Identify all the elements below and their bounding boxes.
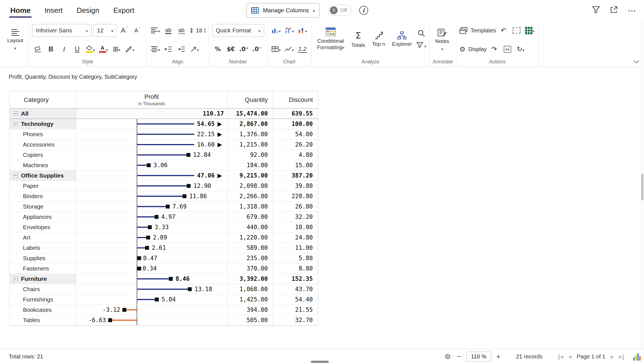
- info-icon[interactable]: i: [359, 6, 368, 15]
- first-page-button[interactable]: |<: [555, 354, 566, 360]
- category-cell[interactable]: Supplies: [10, 253, 76, 263]
- tab-design[interactable]: Design: [76, 0, 100, 21]
- column-header-discount[interactable]: Discount: [273, 91, 318, 108]
- abbreviate-button[interactable]: ab: [176, 24, 187, 37]
- category-cell[interactable]: Furniture: [10, 274, 76, 284]
- font-color-button[interactable]: A: [98, 43, 109, 56]
- table-row[interactable]: Envelopes3.33440.0010.00: [10, 222, 318, 233]
- column-header-category[interactable]: Category: [10, 91, 76, 108]
- fill-color-button[interactable]: [85, 43, 96, 56]
- zoom-level-input[interactable]: 110 %: [466, 352, 491, 361]
- next-page-button[interactable]: >: [608, 354, 616, 360]
- collapse-ribbon-icon[interactable]: [633, 59, 640, 64]
- format-painter-icon[interactable]: [32, 43, 43, 56]
- explorer-button[interactable]: Explorer: [390, 31, 415, 47]
- text-orientation-button[interactable]: [189, 43, 200, 56]
- totals-button[interactable]: Σ Totals: [349, 30, 368, 48]
- collapse-toggle-icon[interactable]: [13, 277, 18, 281]
- filter-icon[interactable]: [592, 6, 600, 15]
- wrap-text-button[interactable]: ab: [163, 24, 174, 37]
- table-row[interactable]: Appliances4.97679.0032.20: [10, 212, 318, 222]
- table-row[interactable]: Tables-6.63505.0032.70: [10, 315, 318, 325]
- tab-home[interactable]: Home: [10, 0, 31, 21]
- export-excel-button[interactable]: [524, 24, 535, 37]
- table-row[interactable]: Fasteners0.34370.008.80: [10, 264, 318, 274]
- underline-button[interactable]: U: [72, 43, 83, 56]
- top-n-button[interactable]: Top n: [370, 31, 387, 47]
- category-cell[interactable]: Labels: [10, 243, 76, 253]
- category-cell[interactable]: Bookcases: [10, 305, 76, 315]
- table-row[interactable]: Storage7.691,318.0026.00: [10, 202, 318, 212]
- increase-font-size-button[interactable]: Aˆ: [119, 24, 130, 37]
- undo-button[interactable]: ↶: [498, 24, 509, 37]
- table-row[interactable]: Art2.891,220.0024.80: [10, 233, 318, 243]
- more-options-icon[interactable]: ⋯: [628, 6, 637, 15]
- category-cell[interactable]: Fasteners: [10, 264, 76, 274]
- table-row[interactable]: Machines3.06184.0015.00: [10, 160, 318, 171]
- collapse-toggle-icon[interactable]: [13, 122, 18, 126]
- table-row[interactable]: Labels2.61589.0011.00: [10, 243, 318, 253]
- table-row[interactable]: Furnishings5.041,425.0054.40: [10, 294, 318, 305]
- category-cell[interactable]: Envelopes: [10, 222, 76, 232]
- quick-format-select[interactable]: Quick Format: [212, 24, 264, 37]
- decrease-decimal-button[interactable]: .0⁻: [252, 43, 263, 56]
- category-cell[interactable]: Copiers: [10, 150, 76, 160]
- chart-combo-button[interactable]: [284, 24, 295, 37]
- last-page-button[interactable]: >|: [616, 354, 627, 360]
- interaction-toggle[interactable]: ϟ Off: [328, 5, 351, 16]
- chart-bar-button[interactable]: [271, 24, 282, 37]
- column-header-profit[interactable]: Profit in Thousands: [76, 91, 228, 108]
- collapse-toggle-icon[interactable]: [13, 111, 18, 116]
- table-row[interactable]: Phones22.15▶1,376.0054.00: [10, 129, 318, 140]
- prev-page-button[interactable]: <: [566, 354, 574, 360]
- column-header-quantity[interactable]: Quantity: [228, 91, 273, 108]
- vertical-scrollbar[interactable]: [641, 21, 644, 349]
- category-cell[interactable]: Accessories: [10, 140, 76, 150]
- currency-format-button[interactable]: $€: [225, 43, 236, 56]
- font-family-select[interactable]: Inforiver Sans: [32, 24, 91, 37]
- display-button[interactable]: ⚙ Display: [459, 42, 487, 56]
- category-cell[interactable]: Office Supplies: [10, 171, 76, 181]
- table-row[interactable]: Technology54.65▶2,867.00100.00: [10, 119, 318, 129]
- category-cell[interactable]: Phones: [10, 129, 76, 139]
- borders-button[interactable]: ⊞: [111, 43, 122, 56]
- tab-insert[interactable]: Insert: [44, 0, 63, 21]
- row-height-control[interactable]: ↕ 18 ▴▾: [189, 24, 206, 37]
- horizontal-scrollbar-thumb[interactable]: [311, 361, 329, 363]
- filter-rows-button[interactable]: [416, 42, 426, 49]
- category-cell[interactable]: All: [10, 109, 76, 119]
- zoom-in-button[interactable]: +: [495, 352, 501, 361]
- increase-indent-button[interactable]: [176, 43, 187, 56]
- table-row[interactable]: Paper12.902,098.0039.80: [10, 181, 318, 191]
- search-icon[interactable]: [417, 29, 425, 38]
- notes-button[interactable]: Notes: [433, 27, 452, 52]
- row-height-spinner[interactable]: ▴▾: [204, 27, 206, 33]
- category-cell[interactable]: Paper: [10, 181, 76, 191]
- vertical-scrollbar-thumb[interactable]: [641, 174, 643, 200]
- category-cell[interactable]: Appliances: [10, 212, 76, 222]
- conditional-formatting-button[interactable]: ConditionalFormatting: [314, 27, 347, 51]
- table-row[interactable]: Office Supplies47.06▶9,215.00387.20: [10, 171, 318, 181]
- category-cell[interactable]: Furnishings: [10, 294, 76, 305]
- table-row[interactable]: All110.1715,474.00639.55: [10, 109, 318, 119]
- italic-button[interactable]: I: [58, 43, 70, 56]
- decrease-indent-button[interactable]: [163, 43, 174, 56]
- table-row[interactable]: Supplies0.47235.005.80: [10, 253, 318, 264]
- border-style-pen-button[interactable]: [124, 43, 135, 56]
- category-cell[interactable]: Art: [10, 233, 76, 243]
- table-row[interactable]: Chairs13.181,068.0043.70: [10, 284, 318, 294]
- category-cell[interactable]: Chairs: [10, 284, 76, 294]
- chart-line-button[interactable]: [284, 43, 295, 56]
- category-cell[interactable]: Binders: [10, 191, 76, 201]
- table-row[interactable]: Accessories16.60▶1,215.0026.20: [10, 140, 318, 150]
- horizontal-align-button[interactable]: [150, 24, 161, 37]
- settings-gear-icon[interactable]: ⚙: [444, 353, 451, 361]
- increase-decimal-button[interactable]: .0⁺: [238, 43, 250, 56]
- table-row[interactable]: Furniture8.463,392.00152.35: [10, 274, 318, 284]
- vertical-align-button[interactable]: [150, 43, 161, 56]
- table-row[interactable]: Binders11.862,266.00228.80: [10, 191, 318, 202]
- bold-button[interactable]: B: [45, 43, 56, 56]
- data-label-precision-button[interactable]: 1.2: [297, 43, 308, 56]
- table-row[interactable]: Copiers12.8492.004.80: [10, 150, 318, 160]
- refresh-button[interactable]: ↻: [515, 43, 526, 56]
